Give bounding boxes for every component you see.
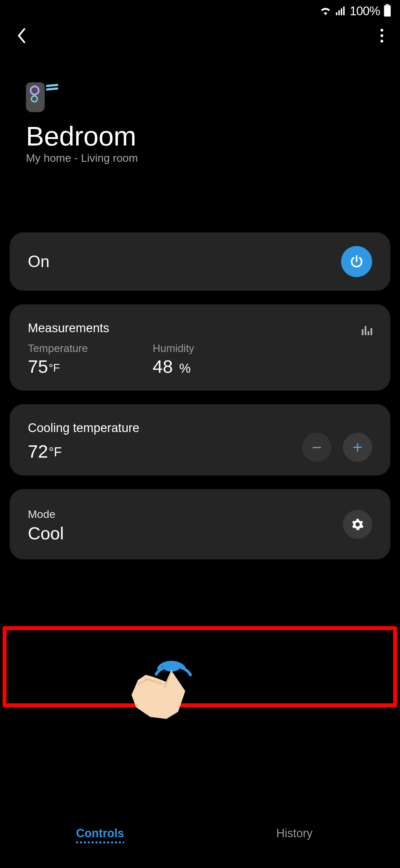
chart-icon — [362, 326, 372, 335]
battery-percent: 100% — [350, 4, 380, 18]
power-toggle-button[interactable] — [341, 246, 372, 277]
cooling-value: 72°F — [28, 441, 139, 462]
status-bar: 100% — [0, 0, 400, 19]
mode-value: Cool — [28, 523, 64, 543]
svg-rect-4 — [386, 4, 389, 5]
tab-controls[interactable]: Controls — [76, 827, 124, 843]
wifi-icon — [319, 5, 332, 17]
measurements-title: Measurements — [28, 321, 109, 335]
cooling-temperature-card: Cooling temperature 72°F − + — [10, 404, 390, 475]
svg-point-9 — [163, 662, 180, 672]
device-location: My home - Living room — [26, 152, 374, 164]
power-state-label: On — [28, 252, 49, 271]
temperature-block: Temperature 75°F — [28, 342, 88, 377]
svg-point-8 — [380, 40, 384, 43]
svg-rect-1 — [338, 10, 340, 15]
annotation-highlight — [3, 626, 397, 707]
temperature-label: Temperature — [28, 342, 88, 354]
mode-label: Mode — [28, 508, 64, 521]
bottom-tabs: Controls History — [0, 827, 389, 843]
svg-rect-0 — [336, 12, 337, 15]
power-card[interactable]: On — [10, 232, 390, 291]
decrease-temp-button[interactable]: − — [302, 433, 331, 462]
mode-card[interactable]: Mode Cool — [10, 489, 390, 559]
signal-icon — [336, 5, 346, 17]
app-bar — [0, 19, 400, 43]
temperature-value: 75°F — [28, 356, 88, 377]
tab-history[interactable]: History — [276, 827, 312, 843]
mode-settings-button[interactable] — [343, 510, 372, 539]
more-options-button[interactable] — [380, 29, 384, 43]
increase-temp-button[interactable]: + — [343, 433, 372, 462]
humidity-value: 48 % — [153, 356, 194, 377]
tap-gesture-icon — [123, 658, 198, 727]
back-button[interactable] — [16, 28, 26, 43]
svg-point-6 — [380, 29, 384, 32]
humidity-block: Humidity 48 % — [153, 342, 194, 377]
svg-rect-5 — [384, 5, 391, 17]
svg-rect-2 — [341, 8, 342, 15]
svg-point-7 — [380, 34, 384, 37]
device-title: Bedroom — [26, 122, 374, 150]
svg-rect-3 — [343, 6, 345, 15]
battery-icon — [384, 4, 391, 18]
device-header: Bedroom My home - Living room — [0, 43, 400, 164]
measurements-card[interactable]: Measurements Temperature 75°F Humidity 4… — [10, 304, 390, 391]
ac-device-icon — [26, 82, 45, 112]
cooling-title: Cooling temperature — [28, 421, 139, 435]
humidity-label: Humidity — [153, 342, 194, 354]
